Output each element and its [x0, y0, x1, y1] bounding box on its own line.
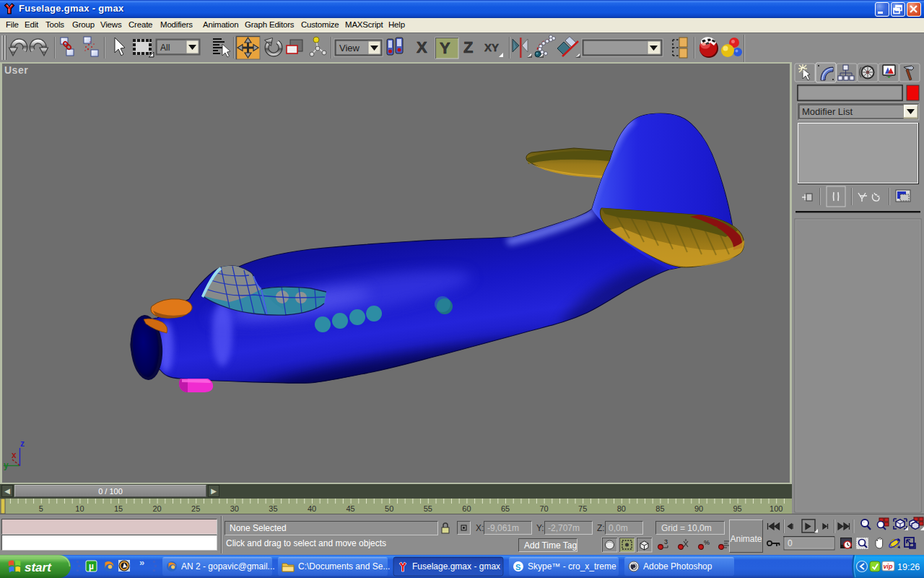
svg-text:45: 45 [346, 504, 354, 513]
svg-text:Skype™ - cro_x_treme: Skype™ - cro_x_treme [528, 561, 616, 571]
svg-text:0: 0 [788, 538, 793, 548]
svg-text:65: 65 [501, 504, 510, 513]
svg-text:10: 10 [75, 504, 84, 513]
svg-text:70: 70 [539, 504, 548, 513]
svg-text:S: S [515, 563, 520, 571]
svg-text:µ: µ [89, 561, 94, 571]
svg-text:Y: Y [440, 39, 450, 57]
svg-text:20: 20 [152, 504, 161, 513]
svg-text:vip: vip [884, 563, 894, 570]
svg-text:All: All [160, 43, 170, 53]
svg-text:55: 55 [424, 504, 432, 513]
svg-text:5: 5 [39, 504, 43, 513]
svg-text:View: View [339, 43, 360, 53]
svg-text:50: 50 [385, 504, 393, 513]
svg-text:35: 35 [269, 504, 277, 513]
svg-text:Fuselage.gmax - gmax: Fuselage.gmax - gmax [412, 561, 500, 571]
svg-text:x: x [12, 450, 17, 460]
svg-text:XY: XY [484, 41, 499, 53]
svg-text:%: % [704, 539, 710, 546]
svg-text:15: 15 [114, 504, 123, 513]
svg-text:90: 90 [694, 504, 703, 513]
svg-text:30: 30 [230, 504, 239, 513]
svg-text:Adobe Photoshop: Adobe Photoshop [643, 561, 712, 571]
svg-text:AN 2 - gopavic@gmail...: AN 2 - gopavic@gmail... [181, 561, 275, 571]
svg-text:z: z [20, 439, 25, 449]
svg-text:X: X [417, 38, 427, 56]
svg-text:100: 100 [770, 504, 783, 513]
svg-text:C:\Documents and Se...: C:\Documents and Se... [298, 561, 390, 571]
svg-text:75: 75 [578, 504, 587, 513]
svg-text:»: » [139, 557, 144, 568]
svg-text:25: 25 [191, 504, 200, 513]
svg-text:Z: Z [463, 38, 473, 56]
svg-text:19:26: 19:26 [897, 562, 920, 572]
svg-text:40: 40 [308, 504, 316, 513]
svg-text:3: 3 [664, 538, 668, 545]
svg-text:start: start [25, 561, 52, 574]
svg-text:Modifier List: Modifier List [802, 106, 853, 117]
svg-text:85: 85 [655, 504, 664, 513]
svg-text:80: 80 [617, 504, 626, 513]
svg-text:95: 95 [733, 504, 741, 513]
svg-text:y: y [4, 460, 9, 470]
svg-text:60: 60 [462, 504, 471, 513]
